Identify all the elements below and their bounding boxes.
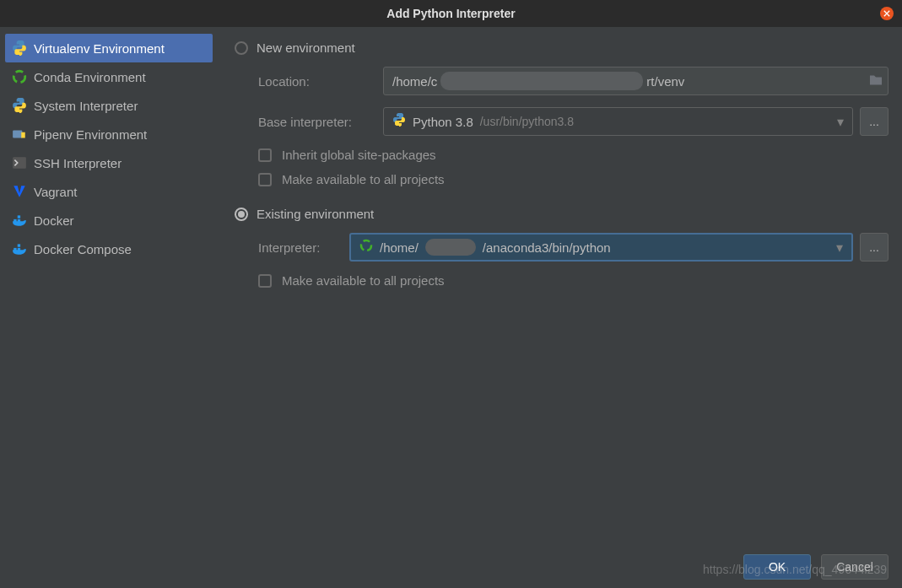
python-icon bbox=[12, 40, 27, 56]
pipenv-icon bbox=[12, 127, 27, 142]
titlebar: Add Python Interpreter bbox=[0, 0, 902, 27]
sidebar-item-ssh[interactable]: SSH Interpreter bbox=[5, 148, 213, 177]
window-title: Add Python Interpreter bbox=[386, 7, 515, 20]
close-button[interactable] bbox=[880, 7, 894, 20]
sidebar-item-system[interactable]: System Interpreter bbox=[5, 91, 213, 120]
existing-env-radio-label: Existing environment bbox=[257, 207, 374, 221]
sidebar-item-vagrant[interactable]: Vagrant bbox=[5, 177, 213, 206]
base-interpreter-label: Base interpreter: bbox=[258, 115, 376, 129]
interpreter-browse-button[interactable]: ... bbox=[860, 233, 888, 262]
new-env-radio-row[interactable]: New environment bbox=[235, 40, 888, 55]
svg-point-0 bbox=[14, 71, 25, 83]
base-interpreter-value: Python 3.8 bbox=[413, 115, 473, 129]
python-icon bbox=[12, 98, 27, 113]
chevron-down-icon: ▾ bbox=[836, 240, 843, 256]
location-value-prefix: /home/c bbox=[392, 74, 437, 89]
close-icon bbox=[883, 10, 890, 17]
location-value-suffix: rt/venv bbox=[646, 74, 684, 89]
available-all-checkbox-new[interactable] bbox=[258, 173, 272, 186]
new-env-radio-label: New environment bbox=[257, 40, 355, 55]
sidebar-item-conda[interactable]: Conda Environment bbox=[5, 62, 213, 91]
main-panel: New environment Location: /home/c rt/ven… bbox=[218, 27, 902, 546]
sidebar: Virtualenv Environment Conda Environment… bbox=[0, 27, 218, 546]
existing-env-radio-row[interactable]: Existing environment bbox=[235, 207, 888, 221]
docker-icon bbox=[12, 213, 27, 228]
interpreter-combo[interactable]: /home/ /anaconda3/bin/python ▾ bbox=[349, 233, 853, 262]
svg-point-9 bbox=[361, 240, 371, 251]
interpreter-value-suffix: /anaconda3/bin/python bbox=[483, 240, 611, 255]
conda-icon bbox=[12, 69, 27, 84]
ok-button[interactable]: OK bbox=[743, 554, 811, 580]
sidebar-item-label: Docker Compose bbox=[34, 242, 132, 256]
sidebar-item-label: Virtualenv Environment bbox=[34, 41, 165, 56]
svg-rect-1 bbox=[13, 131, 22, 138]
available-all-checkbox-existing[interactable] bbox=[258, 274, 272, 288]
sidebar-item-docker-compose[interactable]: Docker Compose bbox=[5, 235, 213, 263]
svg-rect-2 bbox=[13, 157, 26, 169]
sidebar-item-label: Docker bbox=[34, 213, 74, 228]
conda-icon bbox=[359, 239, 373, 256]
sidebar-item-virtualenv[interactable]: Virtualenv Environment bbox=[5, 34, 213, 62]
cancel-button[interactable]: Cancel bbox=[821, 554, 888, 580]
base-interpreter-path: /usr/bin/python3.8 bbox=[480, 115, 574, 128]
sidebar-item-pipenv[interactable]: Pipenv Environment bbox=[5, 120, 213, 148]
existing-env-radio[interactable] bbox=[235, 208, 248, 221]
python-icon bbox=[392, 113, 406, 130]
svg-rect-8 bbox=[18, 244, 20, 246]
svg-rect-5 bbox=[18, 215, 20, 218]
browse-folder-icon[interactable] bbox=[869, 74, 883, 89]
sidebar-item-label: Pipenv Environment bbox=[34, 127, 147, 142]
sidebar-item-label: System Interpreter bbox=[34, 99, 138, 113]
interpreter-value-prefix: /home/ bbox=[380, 240, 419, 255]
available-all-label-existing: Make available to all projects bbox=[282, 273, 445, 288]
inherit-label: Inherit global site-packages bbox=[282, 148, 436, 162]
location-label: Location: bbox=[258, 74, 376, 89]
sidebar-item-label: Conda Environment bbox=[34, 70, 146, 84]
chevron-down-icon: ▾ bbox=[837, 114, 844, 130]
sidebar-item-label: Vagrant bbox=[34, 185, 77, 199]
base-interpreter-browse-button[interactable]: ... bbox=[860, 107, 888, 136]
available-all-label-new: Make available to all projects bbox=[282, 172, 445, 186]
docker-icon bbox=[12, 241, 27, 256]
sidebar-item-label: SSH Interpreter bbox=[34, 156, 122, 170]
terminal-icon bbox=[12, 155, 27, 170]
inherit-checkbox[interactable] bbox=[258, 148, 272, 162]
sidebar-item-docker[interactable]: Docker bbox=[5, 206, 213, 235]
base-interpreter-combo[interactable]: Python 3.8 /usr/bin/python3.8 ▾ bbox=[383, 107, 853, 136]
interpreter-label: Interpreter: bbox=[258, 240, 343, 255]
new-env-radio[interactable] bbox=[235, 41, 248, 55]
dialog-footer: OK Cancel bbox=[0, 546, 902, 588]
location-input[interactable]: /home/c rt/venv bbox=[383, 67, 888, 95]
vagrant-icon bbox=[12, 184, 27, 199]
